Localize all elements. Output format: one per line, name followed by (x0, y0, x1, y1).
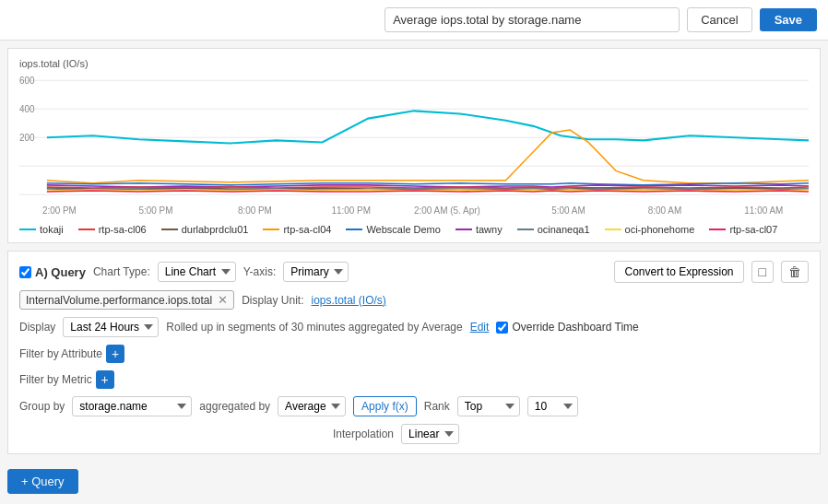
apply-fx-button[interactable]: Apply f(x) (353, 396, 417, 416)
rolled-text: Rolled up in segments of 30 minutes aggr… (166, 321, 462, 334)
display-unit-label: Display Unit: (242, 294, 303, 307)
add-query-section: + Query (0, 462, 828, 501)
delete-icon-button[interactable]: 🗑 (781, 261, 809, 283)
svg-text:400: 400 (19, 104, 35, 114)
interpolation-label: Interpolation (333, 428, 394, 440)
legend-ocinaneqa1: ocinaneqa1 (517, 224, 590, 235)
svg-text:8:00 AM: 8:00 AM (648, 205, 681, 216)
rank-label: Rank (424, 400, 450, 413)
aggregated-by-select[interactable]: Average (278, 396, 346, 416)
chart-type-label: Chart Type: (93, 265, 150, 278)
query-row-filter-attr: Filter by Attribute + (19, 345, 809, 363)
metric-tag: InternalVolume.performance.iops.total ✕ (19, 290, 234, 310)
convert-to-expression-button[interactable]: Convert to Expression (614, 261, 743, 283)
title-input[interactable] (384, 7, 680, 32)
svg-text:2:00 AM (5. Apr): 2:00 AM (5. Apr) (414, 205, 480, 216)
svg-text:600: 600 (19, 76, 35, 86)
legend-tokaji: tokaji (19, 224, 64, 235)
legend-webscale-demo: Webscale Demo (346, 224, 441, 235)
svg-text:8:00 PM: 8:00 PM (238, 205, 272, 216)
chart-section: iops.total (IO/s) 600 400 200 (7, 48, 821, 243)
legend-rtp-sa-cl07: rtp-sa-cl07 (709, 224, 777, 235)
rank-number-select[interactable]: 10 5 20 (527, 396, 578, 416)
svg-text:11:00 AM: 11:00 AM (744, 205, 783, 216)
legend-oci-phonehome: oci-phonehome (605, 224, 695, 235)
query-row-3: Display Last 24 Hours Rolled up in segme… (19, 317, 809, 337)
query-row-interpolation: Interpolation Linear Step (333, 424, 809, 444)
copy-icon-button[interactable]: □ (751, 261, 774, 283)
group-by-select[interactable]: storage.name (72, 396, 192, 416)
header-bar: Cancel Save (0, 0, 828, 41)
chart-svg: 600 400 200 2:00 PM 5:00 PM (19, 71, 809, 218)
query-row-1: A) Query Chart Type: Line Chart Y-axis: … (19, 261, 809, 283)
filter-metric-label: Filter by Metric (19, 373, 92, 386)
filter-attribute-label: Filter by Attribute (19, 347, 102, 360)
rank-select[interactable]: Top Bottom (457, 396, 520, 416)
filter-attribute-container: Filter by Attribute + (19, 345, 124, 363)
legend-tawny: tawny (455, 224, 503, 235)
query-row-group: Group by storage.name aggregated by Aver… (19, 396, 809, 416)
query-row-2: InternalVolume.performance.iops.total ✕ … (19, 290, 809, 310)
filter-metric-add-button[interactable]: + (96, 370, 114, 389)
chart-type-select[interactable]: Line Chart (158, 262, 236, 282)
filter-metric-container: Filter by Metric + (19, 370, 114, 389)
query-checkbox[interactable] (19, 266, 31, 278)
filter-attribute-add-button[interactable]: + (106, 345, 124, 363)
y-axis-label: Y-axis: (243, 265, 277, 278)
svg-text:5:00 PM: 5:00 PM (138, 205, 172, 216)
legend-rtp-sa-cl04: rtp-sa-cl04 (263, 224, 331, 235)
override-checkbox[interactable] (496, 322, 508, 334)
edit-link[interactable]: Edit (470, 321, 490, 334)
metric-tag-remove[interactable]: ✕ (218, 293, 228, 307)
chart-legend: tokaji rtp-sa-cl06 durlabprdclu01 rtp-sa… (19, 224, 809, 235)
chart-area: 600 400 200 2:00 PM 5:00 PM (19, 71, 809, 218)
chart-y-label: iops.total (IO/s) (19, 58, 809, 69)
query-label: A) Query (35, 265, 86, 279)
display-unit-value[interactable]: iops.total (IO/s) (311, 294, 385, 307)
svg-text:5:00 AM: 5:00 AM (551, 205, 585, 216)
svg-text:11:00 PM: 11:00 PM (331, 205, 371, 216)
y-axis-select[interactable]: Primary (283, 262, 349, 282)
query-section: A) Query Chart Type: Line Chart Y-axis: … (7, 251, 821, 454)
cancel-button[interactable]: Cancel (687, 7, 751, 32)
group-by-label: Group by (19, 400, 65, 413)
override-label[interactable]: Override Dashboard Time (496, 321, 638, 334)
query-row-filter-metric: Filter by Metric + (19, 370, 809, 389)
save-button[interactable]: Save (760, 8, 817, 31)
interpolation-select[interactable]: Linear Step (401, 424, 459, 444)
svg-text:200: 200 (19, 133, 35, 143)
time-range-select[interactable]: Last 24 Hours (63, 317, 159, 337)
add-query-button[interactable]: + Query (7, 469, 78, 494)
query-checkbox-label[interactable]: A) Query (19, 265, 86, 279)
display-label: Display (19, 321, 55, 334)
legend-durlabprdclu01: durlabprdclu01 (161, 224, 249, 235)
svg-text:2:00 PM: 2:00 PM (42, 205, 77, 216)
legend-rtp-sa-cl06: rtp-sa-cl06 (78, 224, 147, 235)
aggregated-by-label: aggregated by (199, 400, 270, 413)
